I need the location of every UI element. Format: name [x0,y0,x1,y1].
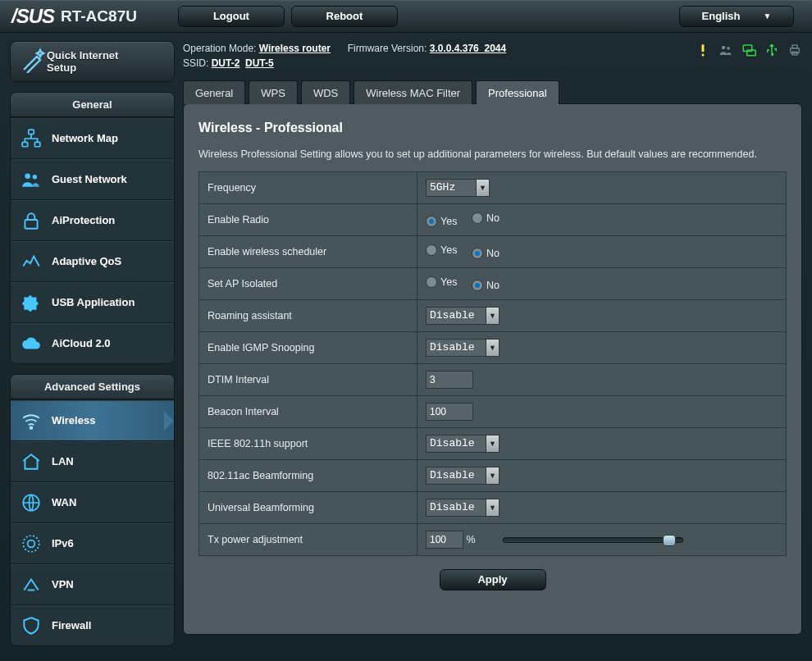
select-igmp[interactable]: Disable [426,339,486,357]
radio-ap-isolated-yes[interactable] [426,276,437,288]
tab-professional[interactable]: Professional [476,80,559,104]
op-mode-link[interactable]: Wireless router [259,43,331,54]
label-roaming: Roaming assistant [199,300,417,332]
language-dropdown[interactable]: English ▼ [679,6,794,27]
logout-button[interactable]: Logout [178,6,285,27]
chevron-down-icon[interactable]: ▼ [486,307,500,325]
radio-scheduler-no[interactable] [472,248,483,259]
page-title: Wireless - Professional [198,121,787,135]
svg-rect-17 [792,45,797,48]
sidebar-item-label: LAN [52,455,74,467]
qos-icon [21,251,52,272]
tab-mac-filter[interactable]: Wireless MAC Filter [354,80,472,104]
chevron-down-icon[interactable]: ▼ [486,435,500,453]
select-frequency[interactable]: 5GHz [426,179,477,197]
sidebar-item-vpn[interactable]: VPN [11,563,174,604]
sidebar-item-label: Network Map [52,132,118,144]
label-dtim: DTIM Interval [199,364,417,396]
page-description: Wireless Professional Setting allows you… [198,148,787,160]
svg-point-3 [25,173,30,179]
radio-scheduler-yes[interactable] [426,244,437,256]
radio-enable-radio-yes[interactable] [426,216,437,227]
ipv6-icon [21,533,52,554]
network-status-icon[interactable] [741,43,756,57]
svg-rect-5 [25,219,37,228]
sidebar-item-label: Guest Network [52,173,127,185]
fw-link[interactable]: 3.0.0.4.376_2044 [430,43,506,54]
percent-label: % [466,534,475,545]
label-enable-scheduler: Enable wireless scheduler [199,236,417,268]
sidebar-item-label: AiCloud 2.0 [52,337,111,349]
select-beamforming-ac[interactable]: Disable [426,467,486,485]
svg-rect-10 [702,44,705,52]
sidebar-item-guest-network[interactable]: Guest Network [11,158,174,199]
label-igmp: Enable IGMP Snooping [199,332,417,364]
usb-icon[interactable] [764,43,779,57]
op-mode-label: Operation Mode: [183,43,256,54]
sidebar-item-label: WAN [52,496,76,508]
ssid2-link[interactable]: DUT-5 [245,57,274,69]
sidebar-item-wan[interactable]: WAN [11,481,174,522]
quick-internet-setup-button[interactable]: Quick Internet Setup [10,41,175,82]
chevron-down-icon[interactable]: ▼ [486,467,500,485]
label-beamforming-ac: 802.11ac Beamforming [199,460,417,492]
chevron-down-icon[interactable]: ▼ [477,179,490,197]
sidebar-item-firewall[interactable]: Firewall [11,604,174,645]
reboot-button[interactable]: Reboot [291,6,398,27]
apply-button[interactable]: Apply [440,569,546,590]
sidebar-item-lan[interactable]: LAN [11,440,174,481]
svg-point-9 [28,540,35,547]
tab-wps[interactable]: WPS [249,80,298,104]
svg-rect-1 [22,142,28,146]
sidebar-advanced-panel: Advanced Settings Wireless LAN WAN IPv6 … [10,374,175,646]
users-icon[interactable] [718,43,733,57]
vpn-icon [21,574,52,595]
svg-point-4 [33,175,37,179]
select-beamforming-uni[interactable]: Disable [426,499,486,517]
sidebar-item-label: Adaptive QoS [52,255,121,267]
sidebar-item-label: VPN [52,578,74,590]
select-roaming[interactable]: Disable [426,307,486,325]
sidebar-general-panel: General Network Map Guest Network AiProt… [10,92,175,364]
svg-point-6 [30,426,33,429]
alert-icon[interactable] [696,43,710,57]
radio-enable-radio-no[interactable] [472,212,483,224]
sidebar-item-label: AiProtection [52,214,115,226]
input-txpower[interactable] [426,531,463,549]
lock-icon [21,210,52,231]
puzzle-icon [21,292,52,313]
printer-icon[interactable] [787,43,802,57]
slider-txpower[interactable] [503,537,683,543]
sidebar-item-wireless[interactable]: Wireless [11,399,174,440]
chevron-down-icon[interactable]: ▼ [486,339,500,357]
sidebar-item-aiprotection[interactable]: AiProtection [11,199,174,240]
network-map-icon [21,128,52,149]
svg-rect-0 [29,130,34,134]
sidebar-advanced-title: Advanced Settings [11,375,174,399]
label-enable-radio: Enable Radio [199,204,417,236]
radio-ap-isolated-no[interactable] [472,280,483,291]
chevron-down-icon: ▼ [764,7,772,26]
sidebar-item-ipv6[interactable]: IPv6 [11,522,174,563]
sidebar-item-adaptive-qos[interactable]: Adaptive QoS [11,240,174,281]
tab-general[interactable]: General [183,80,245,104]
tab-row: General WPS WDS Wireless MAC Filter Prof… [183,80,802,104]
input-beacon[interactable] [426,403,473,421]
svg-point-12 [722,46,726,50]
input-dtim[interactable] [426,371,473,389]
top-bar: /SUS RT-AC87U Logout Reboot English ▼ [0,0,812,33]
content-card: Wireless - Professional Wireless Profess… [183,103,802,635]
select-ieee80211h[interactable]: Disable [426,435,486,453]
tab-wds[interactable]: WDS [301,80,350,104]
chevron-down-icon[interactable]: ▼ [486,499,500,517]
fw-label: Firmware Version: [348,43,427,54]
ssid1-link[interactable]: DUT-2 [212,57,240,69]
label-txpower: Tx power adjustment [199,524,417,556]
sidebar-item-network-map[interactable]: Network Map [11,117,174,158]
label-ieee80211h: IEEE 802.11h support [199,428,417,460]
guest-network-icon [21,169,52,190]
sidebar-item-label: Firewall [52,619,91,631]
sidebar-item-usb-application[interactable]: USB Application [11,281,174,322]
sidebar-item-aicloud[interactable]: AiCloud 2.0 [11,322,174,363]
language-label: English [702,7,741,26]
